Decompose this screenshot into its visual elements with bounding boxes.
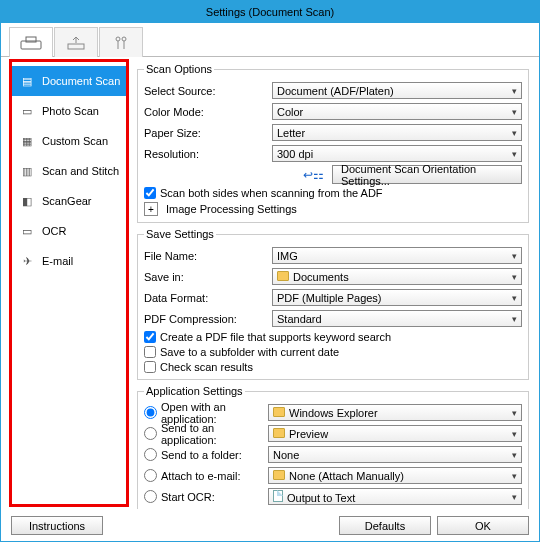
send-to-app-radio[interactable] — [144, 427, 157, 440]
check-results-label: Check scan results — [160, 361, 253, 373]
scan-both-sides-label: Scan both sides when scanning from the A… — [160, 187, 383, 199]
save-in-label: Save in: — [144, 271, 272, 283]
ok-button[interactable]: OK — [437, 516, 529, 535]
scangear-icon: ◧ — [18, 194, 36, 208]
sidebar-item-scangear[interactable]: ◧ ScanGear — [12, 186, 126, 216]
folder-icon — [273, 407, 285, 417]
photo-icon: ▭ — [18, 104, 36, 118]
save-subfolder-checkbox[interactable] — [144, 346, 156, 358]
svg-rect-2 — [68, 44, 84, 49]
send-to-folder-dropdown[interactable]: None▾ — [268, 446, 522, 463]
data-format-dropdown[interactable]: PDF (Multiple Pages)▾ — [272, 289, 522, 306]
open-with-dropdown[interactable]: Windows Explorer▾ — [268, 404, 522, 421]
paper-size-label: Paper Size: — [144, 127, 272, 139]
orientation-settings-button[interactable]: Document Scan Orientation Settings... — [332, 165, 522, 184]
select-source-label: Select Source: — [144, 85, 272, 97]
scan-options-legend: Scan Options — [144, 63, 214, 75]
settings-window: Settings (Document Scan) ▤ Document Scan… — [0, 0, 540, 542]
tab-scanner[interactable] — [9, 27, 53, 57]
chevron-down-icon: ▾ — [512, 128, 517, 138]
chevron-down-icon: ▾ — [512, 471, 517, 481]
chevron-down-icon: ▾ — [512, 86, 517, 96]
attach-email-dropdown[interactable]: None (Attach Manually)▾ — [268, 467, 522, 484]
scan-options-group: Scan Options Select Source: Document (AD… — [137, 63, 529, 223]
svg-point-5 — [122, 37, 126, 41]
tab-export[interactable] — [54, 27, 98, 57]
window-title: Settings (Document Scan) — [206, 6, 334, 18]
resolution-label: Resolution: — [144, 148, 272, 160]
chevron-down-icon: ▾ — [512, 293, 517, 303]
paper-size-dropdown[interactable]: Letter▾ — [272, 124, 522, 141]
sidebar-item-label: E-mail — [42, 255, 73, 267]
start-ocr-dropdown[interactable]: Output to Text▾ — [268, 488, 522, 505]
main-panel: Scan Options Select Source: Document (AD… — [131, 57, 539, 509]
sidebar-item-label: ScanGear — [42, 195, 92, 207]
save-in-dropdown[interactable]: Documents▾ — [272, 268, 522, 285]
chevron-down-icon: ▾ — [512, 107, 517, 117]
data-format-label: Data Format: — [144, 292, 272, 304]
check-results-checkbox[interactable] — [144, 361, 156, 373]
create-pdf-keyword-checkbox[interactable] — [144, 331, 156, 343]
stitch-icon: ▥ — [18, 164, 36, 178]
chevron-down-icon: ▾ — [512, 492, 517, 502]
application-settings-legend: Application Settings — [144, 385, 245, 397]
page-icon — [273, 490, 283, 502]
refresh-icon[interactable]: ↩⚏ — [303, 168, 324, 182]
sidebar-item-label: OCR — [42, 225, 66, 237]
sidebar-item-email[interactable]: ✈ E-mail — [12, 246, 126, 276]
resolution-dropdown[interactable]: 300 dpi▾ — [272, 145, 522, 162]
sidebar-item-label: Custom Scan — [42, 135, 108, 147]
svg-point-3 — [116, 37, 120, 41]
top-tabs — [1, 23, 539, 57]
titlebar: Settings (Document Scan) — [1, 1, 539, 23]
sidebar-item-photo-scan[interactable]: ▭ Photo Scan — [12, 96, 126, 126]
start-ocr-radio[interactable] — [144, 490, 157, 503]
file-name-combo[interactable]: IMG▾ — [272, 247, 522, 264]
application-settings-group: Application Settings Open with an applic… — [137, 385, 529, 509]
send-to-folder-radio[interactable] — [144, 448, 157, 461]
attach-email-radio[interactable] — [144, 469, 157, 482]
chevron-down-icon: ▾ — [512, 272, 517, 282]
chevron-down-icon: ▾ — [512, 429, 517, 439]
email-icon: ✈ — [18, 254, 36, 268]
scan-both-sides-checkbox[interactable] — [144, 187, 156, 199]
chevron-down-icon: ▾ — [512, 408, 517, 418]
custom-icon: ▦ — [18, 134, 36, 148]
select-source-dropdown[interactable]: Document (ADF/Platen)▾ — [272, 82, 522, 99]
sidebar-item-custom-scan[interactable]: ▦ Custom Scan — [12, 126, 126, 156]
color-mode-label: Color Mode: — [144, 106, 272, 118]
save-subfolder-label: Save to a subfolder with current date — [160, 346, 339, 358]
sidebar-item-label: Document Scan — [42, 75, 120, 87]
save-settings-group: Save Settings File Name: IMG▾ Save in: D… — [137, 228, 529, 380]
folder-icon — [273, 428, 285, 438]
image-processing-label: Image Processing Settings — [166, 203, 297, 215]
folder-icon — [277, 271, 289, 281]
chevron-down-icon: ▾ — [512, 450, 517, 460]
sidebar-item-scan-and-stitch[interactable]: ▥ Scan and Stitch — [12, 156, 126, 186]
ocr-icon: ▭ — [18, 224, 36, 238]
open-with-radio[interactable] — [144, 406, 157, 419]
folder-icon — [273, 470, 285, 480]
send-to-app-dropdown[interactable]: Preview▾ — [268, 425, 522, 442]
create-pdf-keyword-label: Create a PDF file that supports keyword … — [160, 331, 391, 343]
sidebar-item-document-scan[interactable]: ▤ Document Scan — [12, 66, 126, 96]
expand-image-processing[interactable]: + — [144, 202, 158, 216]
sidebar-item-label: Photo Scan — [42, 105, 99, 117]
instructions-button[interactable]: Instructions — [11, 516, 103, 535]
sidebar: ▤ Document Scan ▭ Photo Scan ▦ Custom Sc… — [9, 59, 129, 507]
pdf-compression-dropdown[interactable]: Standard▾ — [272, 310, 522, 327]
chevron-down-icon: ▾ — [512, 251, 517, 261]
chevron-down-icon: ▾ — [512, 314, 517, 324]
save-settings-legend: Save Settings — [144, 228, 216, 240]
sidebar-item-label: Scan and Stitch — [42, 165, 119, 177]
chevron-down-icon: ▾ — [512, 149, 517, 159]
defaults-button[interactable]: Defaults — [339, 516, 431, 535]
document-page-icon: ▤ — [18, 74, 36, 88]
sidebar-item-ocr[interactable]: ▭ OCR — [12, 216, 126, 246]
pdf-compression-label: PDF Compression: — [144, 313, 272, 325]
footer: Instructions Defaults OK — [1, 516, 539, 535]
color-mode-dropdown[interactable]: Color▾ — [272, 103, 522, 120]
tab-tools[interactable] — [99, 27, 143, 57]
file-name-label: File Name: — [144, 250, 272, 262]
